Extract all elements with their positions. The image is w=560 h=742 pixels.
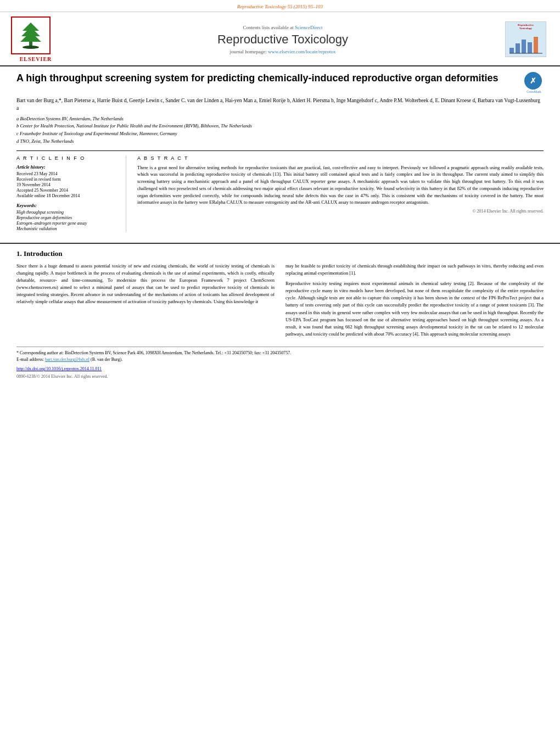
intro-right-col: may be feasible to predict toxicity of c…	[285, 263, 544, 342]
body-two-col: Since there is a huge demand to assess p…	[16, 263, 544, 342]
svg-rect-9	[534, 37, 538, 53]
elsevier-logo-inner	[11, 16, 51, 54]
svg-rect-5	[509, 48, 514, 53]
elsevier-tree-icon	[14, 20, 47, 50]
page-container: Reproductive Toxicology 55 (2015) 95–103…	[0, 0, 560, 386]
available-date: Available online 18 December 2014	[16, 193, 119, 198]
cover-title: ReproductiveToxicology	[507, 24, 545, 30]
affiliation-a: a BioDetection Systems BV, Amsterdam, Th…	[16, 115, 544, 122]
article-content: A high throughput screening system for p…	[0, 66, 560, 237]
intro-left-col: Since there is a huge demand to assess p…	[16, 263, 275, 342]
header-main: ELSEVIER Contents lists available at Sci…	[0, 12, 560, 66]
affiliation-c: c Fraunhofer Institute of Toxicology and…	[16, 130, 544, 137]
abstract-heading: A B S T R A C T	[137, 155, 544, 161]
affiliation-d: d TNO, Zeist, The Netherlands	[16, 138, 544, 145]
svg-marker-4	[20, 32, 41, 42]
keyword-3: Estrogen–androgen reporter gene assay	[16, 221, 119, 226]
contents-link: Contents lists available at ScienceDirec…	[66, 25, 500, 30]
abstract-column: A B S T R A C T There is a great need fo…	[137, 155, 544, 232]
received-date: Received 23 May 2014	[16, 171, 119, 176]
copyright-line: © 2014 Elsevier Inc. All rights reserved…	[137, 209, 544, 214]
sciencedirect-link[interactable]: ScienceDirect	[295, 25, 322, 30]
authors: Bart van der Burg a,*, Bart Pieterse a, …	[16, 97, 544, 113]
journal-homepage: journal homepage: www.elsevier.com/locat…	[66, 49, 500, 54]
issn-line: 0890-6238/© 2014 Elsevier Inc. All right…	[16, 373, 544, 380]
homepage-link[interactable]: www.elsevier.com/locate/reprotox	[268, 49, 335, 54]
svg-rect-8	[528, 42, 532, 53]
header-top: Reproductive Toxicology 55 (2015) 95–103	[0, 0, 560, 12]
crossmark-label: CrossMark	[524, 90, 544, 93]
article-title-section: A high throughput screening system for p…	[16, 72, 544, 93]
svg-rect-6	[516, 43, 520, 53]
keyword-4: Mechanistic validation	[16, 226, 119, 231]
intro-heading: 1. Introduction	[16, 249, 544, 258]
crossmark: ✗ CrossMark	[524, 72, 544, 93]
author-email-link[interactable]: bart.van.der.burg@bds.nl	[45, 357, 89, 362]
article-info-heading: A R T I C L E I N F O	[16, 155, 119, 161]
article-info-abstract-section: A R T I C L E I N F O Article history: R…	[16, 150, 544, 232]
corresponding-author: * Corresponding author at: BioDetection …	[16, 350, 544, 356]
accepted-date: Accepted 25 November 2014	[16, 188, 119, 193]
doi-section: http://dx.doi.org/10.1016/j.reprotox.201…	[16, 366, 544, 372]
journal-ref: Reproductive Toxicology 55 (2015) 95–103	[237, 4, 323, 9]
intro-right-text1: may be feasible to predict toxicity of c…	[285, 263, 544, 277]
elsevier-name-text: ELSEVIER	[11, 56, 60, 62]
affiliations: a BioDetection Systems BV, Amsterdam, Th…	[16, 115, 544, 145]
keywords-section: Keywords: High throughput screening Repr…	[16, 203, 119, 231]
journal-cover: ReproductiveToxicology	[505, 21, 549, 57]
keyword-2: Reproductive organ deformities	[16, 215, 119, 220]
main-body: 1. Introduction Since there is a huge de…	[0, 243, 560, 386]
received-revised-date: 19 November 2014	[16, 182, 119, 187]
header-center: Contents lists available at ScienceDirec…	[60, 25, 505, 54]
cover-image: ReproductiveToxicology	[505, 21, 546, 57]
svg-rect-7	[522, 40, 526, 53]
article-title: A high throughput screening system for p…	[16, 72, 519, 85]
intro-left-text: Since there is a huge demand to assess p…	[16, 263, 275, 306]
received-revised-label: Received in revised form	[16, 177, 119, 182]
cover-chart-icon	[507, 31, 545, 56]
svg-point-1	[23, 46, 39, 49]
journal-title: Reproductive Toxicology	[66, 32, 500, 47]
article-history-label: Article history:	[16, 164, 119, 170]
elsevier-logo: ELSEVIER	[11, 16, 60, 62]
affiliation-b: b Center for Health Protection, National…	[16, 122, 544, 130]
abstract-text: There is a great need for alternative te…	[137, 164, 544, 207]
article-info-column: A R T I C L E I N F O Article history: R…	[16, 155, 126, 232]
crossmark-icon: ✗	[524, 72, 542, 90]
keywords-label: Keywords:	[16, 203, 119, 208]
footnote-section: * Corresponding author at: BioDetection …	[16, 347, 544, 380]
email-address: E-mail address: bart.van.der.burg@bds.nl…	[16, 356, 544, 363]
doi-link[interactable]: http://dx.doi.org/10.1016/j.reprotox.201…	[16, 366, 102, 371]
intro-right-text2: Reproductive toxicity testing requires m…	[285, 280, 544, 338]
keyword-1: High throughput screening	[16, 210, 119, 215]
